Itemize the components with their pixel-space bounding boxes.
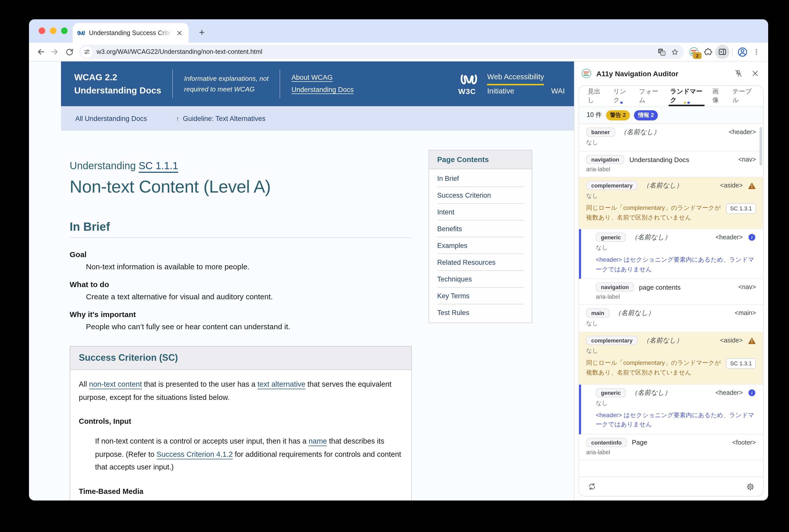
wai-logo[interactable]: Web Accessibility Initiative WAI xyxy=(487,71,565,97)
landmark-row-navigation[interactable]: navigationUnderstanding Docs<nav>aria-la… xyxy=(579,151,763,177)
text-segment: All xyxy=(79,380,89,388)
success-criterion-heading: Success Criterion (SC) xyxy=(70,347,411,370)
new-tab-button[interactable]: + xyxy=(195,26,208,39)
header-divider xyxy=(280,70,280,98)
in-brief-term: Why it's important xyxy=(70,310,412,318)
role-chip: navigation xyxy=(586,155,624,164)
extensions-puzzle-icon[interactable] xyxy=(701,45,715,59)
reload-button[interactable] xyxy=(62,45,76,59)
text-segment: that is presented to the user has a xyxy=(142,380,258,388)
breadcrumb-all-docs-link[interactable]: All Understanding Docs xyxy=(75,115,147,122)
landmark-row-main: banner（名前なし）<header> xyxy=(586,128,756,137)
profile-avatar[interactable] xyxy=(735,45,749,59)
landmark-row-main[interactable]: main（名前なし）<main>なし xyxy=(579,305,763,332)
landmark-row-main: complementary（名前なし）<aside> xyxy=(586,181,756,190)
inline-link[interactable]: Success Criterion 4.1.2 xyxy=(156,450,233,458)
landmark-row-navigation[interactable]: navigationpage contents<nav>aria-label xyxy=(579,279,763,305)
page-contents-link[interactable]: Related Resources xyxy=(437,254,524,271)
auditor-card: 見出しリンクフォームランドマーク画像テーブル 10 件 警告 2 情報 2 ba… xyxy=(579,86,764,496)
landmark-row-banner[interactable]: banner（名前なし）<header>なし xyxy=(579,124,763,151)
info-message: <header> はセクショニング要素内にあるため、ランドマークではありません xyxy=(596,410,756,429)
tab-close-icon[interactable] xyxy=(175,28,184,37)
sc-subheading-time-based: Time-Based Media xyxy=(79,485,402,498)
sc-number-link[interactable]: SC 1.1.1 xyxy=(138,160,178,171)
a11y-extension-button[interactable]: 2 xyxy=(687,45,701,59)
browser-tab[interactable]: Understanding Success Crite xyxy=(73,23,189,43)
translate-icon[interactable]: G文 xyxy=(655,46,668,58)
bookmark-star-icon[interactable] xyxy=(669,46,681,58)
inline-link[interactable]: text alternative xyxy=(258,380,305,388)
header-divider xyxy=(172,70,173,98)
landmark-name: page contents xyxy=(639,284,680,291)
tab-フォーム[interactable]: フォーム xyxy=(635,86,666,106)
panel-close-icon[interactable] xyxy=(749,67,761,79)
w3c-logo[interactable]: W3C xyxy=(458,73,481,95)
about-link-line1[interactable]: About WCAG xyxy=(292,73,333,81)
breadcrumb-guideline-link[interactable]: Guideline: Text Alternatives xyxy=(183,115,265,122)
tab-ランドマーク[interactable]: ランドマーク xyxy=(665,86,708,106)
page-contents-link[interactable]: Success Criterion xyxy=(437,187,524,204)
unpin-icon[interactable] xyxy=(732,67,744,79)
tab-見出し[interactable]: 見出し xyxy=(583,86,608,106)
about-wcag-link[interactable]: About WCAG Understanding Docs xyxy=(292,71,354,96)
refresh-button[interactable] xyxy=(586,480,598,493)
panel-header: A11y Navigation Auditor xyxy=(575,61,768,86)
back-button[interactable] xyxy=(34,45,48,59)
minimize-window-button[interactable] xyxy=(50,27,56,34)
landmark-name: （名前なし） xyxy=(643,336,683,345)
info-count-badge: 情報 2 xyxy=(634,110,658,120)
active-tab-underline xyxy=(669,105,705,106)
page-contents-link[interactable]: Techniques xyxy=(437,271,524,288)
page-contents-link[interactable]: Benefits xyxy=(437,221,524,237)
message-text: <header> はセクショニング要素内にあるため、ランドマークではありません xyxy=(596,255,756,274)
page-contents-link[interactable]: Intent xyxy=(437,204,524,221)
landmark-row-main: generic（名前なし）<header>i xyxy=(596,233,756,242)
tab-画像[interactable]: 画像 xyxy=(708,86,728,106)
issue-dot xyxy=(684,101,686,104)
landmark-row-main: navigationpage contents<nav> xyxy=(596,283,756,292)
role-chip: contentinfo xyxy=(586,438,627,447)
inline-link[interactable]: non-text content xyxy=(89,380,142,388)
panel-scrollbar[interactable] xyxy=(759,127,762,166)
svg-text:i: i xyxy=(751,235,753,240)
in-brief-list: GoalNon-text information is available to… xyxy=(70,250,412,332)
brand-line2: Understanding Docs xyxy=(74,84,161,97)
address-bar[interactable]: w3.org/WAI/WCAG22/Understanding/non-text… xyxy=(79,45,684,59)
landmark-row-generic[interactable]: generic（名前なし）<header>iなし<header> はセクショニン… xyxy=(579,229,763,279)
menu-kebab-icon[interactable] xyxy=(749,45,764,59)
accessible-name-source: なし xyxy=(586,320,756,327)
zoom-window-button[interactable] xyxy=(61,27,68,34)
landmark-name: Page xyxy=(632,439,647,446)
site-info-icon[interactable] xyxy=(81,46,93,58)
forward-button[interactable] xyxy=(48,45,62,59)
about-link-line2[interactable]: Understanding Docs xyxy=(292,86,354,94)
accessible-name-source: なし xyxy=(586,139,756,146)
element-tag: <main> xyxy=(735,310,756,317)
page-contents-box: Page Contents In BriefSuccess CriterionI… xyxy=(429,150,532,323)
landmark-row-generic[interactable]: generic（名前なし）<header>iなし<header> はセクショニン… xyxy=(579,384,763,434)
settings-gear-icon[interactable] xyxy=(744,480,756,493)
tab-テーブル[interactable]: テーブル xyxy=(728,86,759,106)
close-window-button[interactable] xyxy=(39,27,45,34)
inline-link[interactable]: name xyxy=(308,437,327,445)
landmark-row-complementary[interactable]: complementary（名前なし）<aside>なし同じロール「comple… xyxy=(579,177,763,229)
landmark-list: banner（名前なし）<header>なしnavigationUndersta… xyxy=(579,124,763,477)
window-titlebar: Understanding Success Crite + xyxy=(29,19,768,43)
auditor-tabs: 見出しリンクフォームランドマーク画像テーブル xyxy=(579,86,763,106)
page-contents-link[interactable]: Examples xyxy=(437,237,524,254)
role-chip: complementary xyxy=(586,181,638,190)
landmark-row-complementary[interactable]: complementary（名前なし）<aside>なし同じロール「comple… xyxy=(579,332,763,384)
page-contents-link[interactable]: Test Rules xyxy=(437,304,524,321)
page-contents-link[interactable]: In Brief xyxy=(437,170,524,187)
a11y-auditor-panel: A11y Navigation Auditor 見出しリンクフォームランドマーク… xyxy=(574,61,768,500)
landmark-row-contentinfo[interactable]: contentinfoPage<footer>aria-label xyxy=(579,434,763,460)
side-panel-icon[interactable] xyxy=(715,45,730,59)
page-contents-link[interactable]: Key Terms xyxy=(437,288,524,304)
info-icon: i xyxy=(748,388,756,397)
tab-リンク[interactable]: リンク xyxy=(608,86,634,106)
in-brief-desc: People who can’t fully see or hear conte… xyxy=(86,321,412,332)
url-text[interactable]: w3.org/WAI/WCAG22/Understanding/non-text… xyxy=(97,48,654,55)
site-brand[interactable]: WCAG 2.2 Understanding Docs xyxy=(74,71,161,97)
screenshot-stage: Understanding Success Crite + xyxy=(0,0,789,532)
landmark-name: （名前なし） xyxy=(620,128,660,137)
